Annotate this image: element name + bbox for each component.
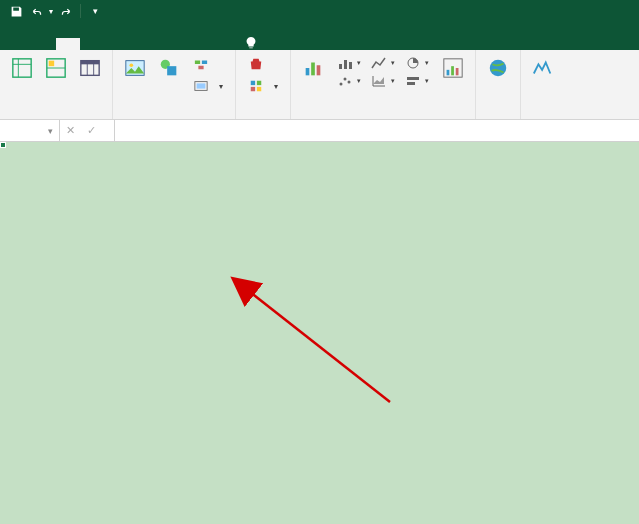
annotation-arrow xyxy=(180,172,580,472)
table-icon xyxy=(78,56,102,80)
svg-point-32 xyxy=(348,81,351,84)
ribbon: ▾ ▾ xyxy=(0,50,639,120)
pivot-table-button[interactable] xyxy=(8,54,36,84)
smartart-icon xyxy=(193,56,209,72)
tab-data[interactable] xyxy=(128,38,152,50)
pivot-table-icon xyxy=(10,56,34,80)
pictures-button[interactable] xyxy=(121,54,149,96)
chart-type-4[interactable]: ▾ xyxy=(333,72,365,90)
dropdown-icon[interactable]: ▾ xyxy=(46,1,56,21)
tab-insert[interactable] xyxy=(56,38,80,50)
chevron-down-icon: ▾ xyxy=(48,126,53,136)
chevron-down-icon: ▾ xyxy=(274,82,278,91)
svg-rect-38 xyxy=(456,68,459,75)
pivot-chart-button[interactable] xyxy=(439,54,467,90)
svg-rect-19 xyxy=(251,81,255,85)
tab-help[interactable] xyxy=(200,38,224,50)
svg-rect-18 xyxy=(197,83,206,88)
name-box[interactable]: ▾ xyxy=(0,120,60,141)
quick-access-toolbar: ▾ ▾ xyxy=(0,0,639,22)
formula-bar: ▾ ✕ ✓ xyxy=(0,120,639,142)
svg-rect-21 xyxy=(251,87,255,91)
table-button[interactable] xyxy=(76,54,104,84)
pictures-icon xyxy=(123,56,147,80)
svg-point-39 xyxy=(490,60,507,77)
smartart-button[interactable] xyxy=(189,54,227,74)
svg-rect-28 xyxy=(349,62,352,69)
sparkline-button[interactable] xyxy=(529,54,557,84)
svg-rect-27 xyxy=(344,60,347,69)
sparkline-icon xyxy=(531,56,555,80)
recommended-pivot-button[interactable] xyxy=(42,54,70,84)
ribbon-tabs xyxy=(0,22,639,50)
formula-input[interactable] xyxy=(115,120,639,141)
ribbon-group-tours xyxy=(476,50,521,119)
svg-rect-16 xyxy=(198,66,203,70)
svg-rect-23 xyxy=(306,68,310,75)
svg-rect-14 xyxy=(195,61,200,65)
svg-rect-25 xyxy=(317,65,321,75)
save-icon[interactable] xyxy=(6,1,26,21)
screenshot-button[interactable]: ▾ xyxy=(189,76,227,96)
fill-handle[interactable] xyxy=(0,142,6,148)
svg-rect-20 xyxy=(257,81,261,85)
customize-qat-icon[interactable]: ▾ xyxy=(85,1,105,21)
recommended-charts-button[interactable] xyxy=(299,54,327,90)
3d-map-button[interactable] xyxy=(484,54,512,84)
chevron-down-icon: ▾ xyxy=(219,82,223,91)
tab-formulas[interactable] xyxy=(104,38,128,50)
redo-icon[interactable] xyxy=(56,1,76,21)
enter-icon[interactable]: ✓ xyxy=(81,124,102,137)
store-icon xyxy=(248,56,264,72)
svg-point-30 xyxy=(340,83,343,86)
ribbon-group-illustrations: ▾ xyxy=(113,50,236,119)
my-addins-button[interactable]: ▾ xyxy=(244,76,282,96)
svg-rect-36 xyxy=(447,70,450,76)
ribbon-group-sparklines xyxy=(521,50,565,119)
pivot-chart-icon xyxy=(441,56,465,80)
chart-type-2[interactable]: ▾ xyxy=(367,54,399,72)
chart-type-1[interactable]: ▾ xyxy=(333,54,365,72)
ribbon-group-charts: ▾ ▾ ▾ ▾ ▾ ▾ xyxy=(291,50,476,119)
svg-rect-24 xyxy=(311,63,315,76)
svg-point-11 xyxy=(130,63,134,67)
svg-rect-0 xyxy=(13,59,31,77)
chart-type-3[interactable]: ▾ xyxy=(401,54,433,72)
svg-rect-7 xyxy=(81,61,99,65)
svg-rect-33 xyxy=(407,77,419,80)
svg-rect-4 xyxy=(49,61,55,66)
shapes-icon xyxy=(157,56,181,80)
bulb-icon xyxy=(244,36,258,50)
addins-icon xyxy=(248,78,264,94)
svg-rect-37 xyxy=(451,66,454,75)
shapes-button[interactable] xyxy=(155,54,183,96)
globe-icon xyxy=(486,56,510,80)
svg-point-31 xyxy=(344,78,347,81)
cancel-icon[interactable]: ✕ xyxy=(60,124,81,137)
tell-me[interactable] xyxy=(244,36,262,50)
ribbon-group-tables xyxy=(0,50,113,119)
tab-file[interactable] xyxy=(8,38,32,50)
chart-type-6[interactable]: ▾ xyxy=(401,72,433,90)
svg-rect-34 xyxy=(407,82,415,85)
get-addins-button[interactable] xyxy=(244,54,282,74)
svg-rect-22 xyxy=(257,87,261,91)
tab-review[interactable] xyxy=(152,38,176,50)
tab-layout[interactable] xyxy=(80,38,104,50)
screenshot-icon xyxy=(193,78,209,94)
tab-view[interactable] xyxy=(176,38,200,50)
svg-rect-13 xyxy=(167,66,176,75)
svg-rect-26 xyxy=(339,64,342,69)
ribbon-group-addins: ▾ xyxy=(236,50,291,119)
chart-icon xyxy=(301,56,325,80)
svg-line-40 xyxy=(250,292,390,402)
svg-rect-15 xyxy=(202,61,207,65)
tab-home[interactable] xyxy=(32,38,56,50)
chart-type-5[interactable]: ▾ xyxy=(367,72,399,90)
undo-icon[interactable] xyxy=(26,1,46,21)
recommended-pivot-icon xyxy=(44,56,68,80)
